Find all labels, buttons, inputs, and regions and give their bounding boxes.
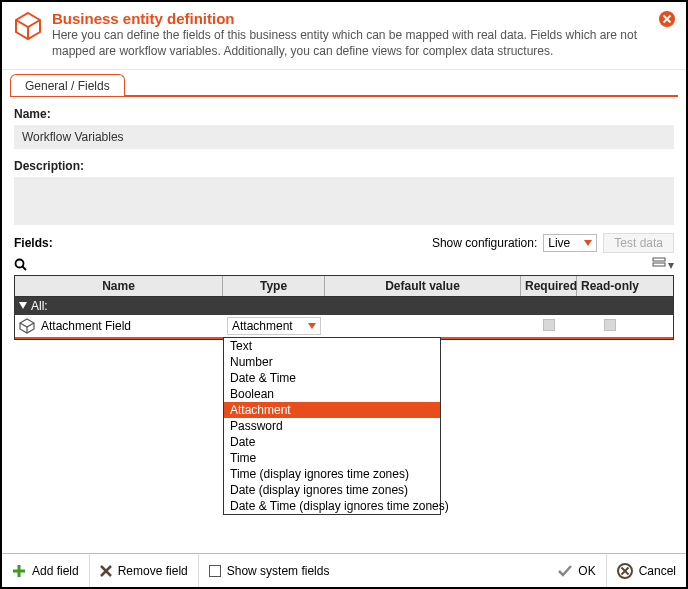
entity-icon	[12, 10, 44, 42]
ok-label: OK	[578, 564, 595, 578]
fields-table: Name Type Default value Required Read-on…	[14, 275, 674, 340]
row-name: Attachment Field	[41, 319, 131, 333]
type-option[interactable]: Date & Time	[224, 370, 440, 386]
svg-line-7	[23, 267, 27, 271]
svg-rect-8	[653, 258, 665, 261]
type-option[interactable]: Date	[224, 434, 440, 450]
show-system-fields-checkbox[interactable]	[209, 565, 221, 577]
type-option[interactable]: Text	[224, 338, 440, 354]
column-options-button[interactable]	[652, 257, 674, 273]
ok-button[interactable]: OK	[548, 554, 606, 587]
fields-label: Fields:	[14, 236, 432, 250]
configuration-selected: Live	[548, 236, 570, 250]
required-checkbox[interactable]	[543, 319, 555, 331]
tab-strip: General / Fields	[2, 70, 686, 97]
search-button[interactable]	[14, 258, 652, 272]
description-input[interactable]	[14, 177, 674, 225]
remove-field-label: Remove field	[118, 564, 188, 578]
dialog-content: Name: Description: Fields: Show configur…	[2, 97, 686, 553]
cancel-button[interactable]: Cancel	[607, 554, 686, 587]
svg-marker-11	[19, 302, 27, 309]
search-icon	[14, 258, 28, 272]
type-option[interactable]: Time (display ignores time zones)	[224, 466, 440, 482]
type-option[interactable]: Date (display ignores time zones)	[224, 482, 440, 498]
show-configuration-label: Show configuration:	[432, 236, 537, 250]
remove-field-button[interactable]: Remove field	[90, 554, 199, 587]
collapse-icon	[19, 302, 27, 310]
col-type[interactable]: Type	[223, 276, 325, 296]
chevron-down-icon	[584, 240, 592, 246]
group-all-label: All:	[31, 299, 48, 313]
close-button[interactable]	[658, 10, 676, 28]
dialog-title: Business entity definition	[52, 10, 658, 27]
svg-marker-14	[308, 323, 316, 329]
business-entity-dialog: Business entity definition Here you can …	[0, 0, 688, 589]
fields-table-header: Name Type Default value Required Read-on…	[15, 276, 673, 297]
plus-icon	[12, 564, 26, 578]
dialog-footer: Add field Remove field Show system field…	[2, 553, 686, 587]
description-label: Description:	[14, 159, 674, 173]
dialog-description: Here you can define the fields of this b…	[52, 27, 658, 59]
table-row[interactable]: Attachment Field Attachment TextNumberDa…	[15, 315, 673, 339]
type-option[interactable]: Date & Time (display ignores time zones)	[224, 498, 440, 514]
col-read-only[interactable]: Read-only	[577, 276, 643, 296]
columns-icon	[652, 257, 674, 273]
configuration-select[interactable]: Live	[543, 234, 597, 252]
type-select[interactable]: Attachment	[227, 317, 321, 335]
type-option[interactable]: Attachment	[224, 402, 440, 418]
x-icon	[100, 565, 112, 577]
col-required[interactable]: Required	[521, 276, 577, 296]
row-default-value[interactable]	[325, 324, 521, 328]
show-system-fields-label: Show system fields	[227, 564, 330, 578]
name-label: Name:	[14, 107, 674, 121]
name-input[interactable]	[14, 125, 674, 149]
svg-rect-9	[653, 263, 665, 266]
type-dropdown: TextNumberDate & TimeBooleanAttachmentPa…	[223, 337, 441, 515]
cancel-label: Cancel	[639, 564, 676, 578]
svg-marker-10	[668, 263, 674, 269]
group-all-row[interactable]: All:	[15, 297, 673, 315]
chevron-down-icon	[308, 323, 316, 329]
tab-general-fields[interactable]: General / Fields	[10, 74, 125, 96]
entity-icon	[19, 318, 35, 334]
col-default-value[interactable]: Default value	[325, 276, 521, 296]
type-option[interactable]: Number	[224, 354, 440, 370]
type-option[interactable]: Time	[224, 450, 440, 466]
add-field-label: Add field	[32, 564, 79, 578]
type-selected-value: Attachment	[232, 319, 293, 333]
add-field-button[interactable]: Add field	[2, 554, 90, 587]
svg-marker-5	[584, 240, 592, 246]
type-option[interactable]: Password	[224, 418, 440, 434]
dialog-header: Business entity definition Here you can …	[2, 2, 686, 70]
check-icon	[558, 565, 572, 577]
col-name[interactable]: Name	[15, 276, 223, 296]
test-data-button[interactable]: Test data	[603, 233, 674, 253]
type-option[interactable]: Boolean	[224, 386, 440, 402]
cancel-icon	[617, 563, 633, 579]
readonly-checkbox[interactable]	[604, 319, 616, 331]
svg-point-6	[16, 260, 24, 268]
